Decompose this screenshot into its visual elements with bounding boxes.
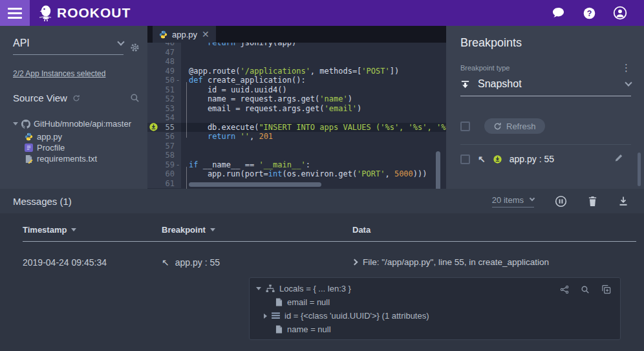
code-line[interactable]: 46 return jsonify(app) xyxy=(147,43,446,48)
line-number-gutter[interactable]: 59- xyxy=(147,160,181,170)
tab-app-py[interactable]: app.py ✕ xyxy=(153,26,216,43)
breakpoint-icon xyxy=(493,155,502,164)
locals-inspector: Locals = { ... len:3 }email = nullid = {… xyxy=(249,277,621,340)
locals-node[interactable]: email = null xyxy=(256,295,614,309)
line-number: 58 xyxy=(166,151,175,160)
file-name: app.py xyxy=(37,132,62,142)
share-icon[interactable] xyxy=(560,285,569,294)
refresh-button[interactable]: Refresh xyxy=(484,118,545,134)
line-number-gutter[interactable]: 51 xyxy=(147,85,181,95)
gear-icon[interactable] xyxy=(130,43,140,52)
line-number-gutter[interactable]: 49 xyxy=(147,67,181,76)
menu-icon[interactable] xyxy=(0,0,30,26)
close-icon[interactable]: ✕ xyxy=(202,30,209,39)
breakpoint-type-select[interactable]: Snapshot xyxy=(460,78,631,96)
code-line[interactable]: 53 email = request.args.get('email') xyxy=(147,104,446,114)
line-number-gutter[interactable]: 50- xyxy=(147,76,181,85)
locals-node[interactable]: name = null xyxy=(256,323,614,336)
code-line[interactable]: 48 xyxy=(147,57,446,67)
code-line[interactable]: 57 xyxy=(147,142,446,151)
select-all-checkbox[interactable] xyxy=(460,122,470,131)
code-text: db.execute("INSERT INTO apps VALUES ('%s… xyxy=(181,123,446,133)
main-region: API 2/2 App Instances selected Source Vi… xyxy=(0,26,644,189)
repo-tree-root[interactable]: GitHub/mnoble/api:master xyxy=(13,119,147,129)
refresh-icon[interactable] xyxy=(72,94,80,102)
pause-icon[interactable] xyxy=(555,195,567,207)
line-number: 57 xyxy=(166,142,175,151)
breakpoint-type-label: Breakpoint type xyxy=(460,64,510,72)
line-number-gutter[interactable]: 60 xyxy=(147,169,181,179)
fold-marker[interactable]: - xyxy=(175,160,181,170)
line-number-gutter[interactable]: 56 xyxy=(147,132,181,142)
chat-icon[interactable] xyxy=(551,6,565,20)
indent-guide xyxy=(186,82,187,138)
code-viewport[interactable]: 46 return jsonify(app)474849@app.route('… xyxy=(147,43,446,189)
code-line[interactable]: 51 id = uuid.uuid4() xyxy=(147,85,446,95)
code-line[interactable]: 58 xyxy=(147,151,446,160)
download-icon[interactable] xyxy=(618,196,628,206)
panel-scrollbar[interactable] xyxy=(638,153,641,186)
tree-file-requirements.txt[interactable]: requirements.txt xyxy=(25,153,147,164)
tree-file-Procfile[interactable]: Procfile xyxy=(25,142,147,153)
column-label: Data xyxy=(352,225,370,235)
fold-marker[interactable]: - xyxy=(175,76,181,85)
file-name: Procfile xyxy=(37,143,65,153)
editor-vertical-scrollbar[interactable] xyxy=(436,151,440,189)
code-line[interactable]: 55 db.execute("INSERT INTO apps VALUES (… xyxy=(147,123,446,133)
column-header-breakpoint[interactable]: Breakpoint xyxy=(162,225,215,235)
breakpoint-checkbox[interactable] xyxy=(460,154,470,164)
rookout-bird-icon xyxy=(38,3,54,23)
line-number-gutter[interactable]: 46 xyxy=(147,43,181,48)
code-line[interactable]: 60 app.run(port=int(os.environ.get('PORT… xyxy=(147,169,446,179)
line-number-gutter[interactable]: 61 xyxy=(147,179,181,189)
editor-horizontal-scrollbar[interactable] xyxy=(189,182,321,187)
profile-icon[interactable] xyxy=(613,6,627,20)
caret-down-icon[interactable] xyxy=(256,287,261,290)
breakpoint-list: ↖app.py : 55 xyxy=(460,145,631,173)
timestamp-cell: 2019-04-24 09:45:34 xyxy=(23,257,107,268)
locals-node[interactable]: id = {<class 'uuid.UUID'>} (1 attributes… xyxy=(256,309,614,323)
topbar: ROOKOUT ? xyxy=(0,0,644,26)
line-number: 50 xyxy=(166,76,175,85)
code-line[interactable]: 49@app.route('/applications', methods=['… xyxy=(147,67,446,76)
code-line[interactable]: 47 xyxy=(147,48,446,58)
line-number: 46 xyxy=(166,43,175,48)
help-icon[interactable]: ? xyxy=(582,6,596,20)
line-number-gutter[interactable]: 54 xyxy=(147,113,181,123)
app-select[interactable]: API xyxy=(13,37,123,55)
line-number-gutter[interactable]: 55 xyxy=(147,123,181,133)
code-line[interactable]: 59-if __name__ == '__main__': xyxy=(147,160,446,170)
copy-add-icon[interactable] xyxy=(601,284,611,294)
line-number-gutter[interactable]: 52 xyxy=(147,94,181,104)
tree-file-app.py[interactable]: app.py xyxy=(25,131,147,142)
expand-chevron-icon[interactable] xyxy=(352,259,358,266)
code-line[interactable]: 54 xyxy=(147,113,446,123)
trash-icon[interactable] xyxy=(588,196,597,207)
caret-right-icon[interactable] xyxy=(264,314,267,319)
code-line[interactable]: 52 name = request.args.get('name') xyxy=(147,94,446,104)
code-text: def create_application(): xyxy=(181,76,306,85)
code-text xyxy=(181,57,189,67)
column-header-data: Data xyxy=(352,225,370,235)
breakpoint-item[interactable]: ↖app.py : 55 xyxy=(460,145,631,173)
code-line[interactable]: 50-def create_application(): xyxy=(147,76,446,85)
line-number-gutter[interactable]: 53 xyxy=(147,104,181,114)
caret-down-icon xyxy=(13,122,18,125)
search-icon[interactable] xyxy=(130,93,140,103)
pencil-icon[interactable] xyxy=(614,153,623,165)
column-header-timestamp[interactable]: Timestamp xyxy=(23,225,76,235)
search-icon[interactable] xyxy=(581,285,590,294)
table-row[interactable]: 2019-04-24 09:45:34↖app.py : 55File: "/a… xyxy=(0,252,644,271)
line-number: 54 xyxy=(166,113,175,123)
code-text xyxy=(181,179,189,189)
code-line[interactable]: 56 return '', 201 xyxy=(147,132,446,142)
breakpoints-title: Breakpoints xyxy=(460,36,631,50)
kebab-menu-icon[interactable]: ⋮ xyxy=(621,65,631,71)
line-number-gutter[interactable]: 47 xyxy=(147,48,181,58)
page-size-select[interactable]: 20 items xyxy=(492,195,534,207)
instances-link[interactable]: 2/2 App Instances selected xyxy=(13,69,147,78)
line-number-gutter[interactable]: 48 xyxy=(147,57,181,67)
breakpoint-icon[interactable] xyxy=(149,123,158,131)
line-number-gutter[interactable]: 57 xyxy=(147,142,181,151)
line-number-gutter[interactable]: 58 xyxy=(147,151,181,160)
